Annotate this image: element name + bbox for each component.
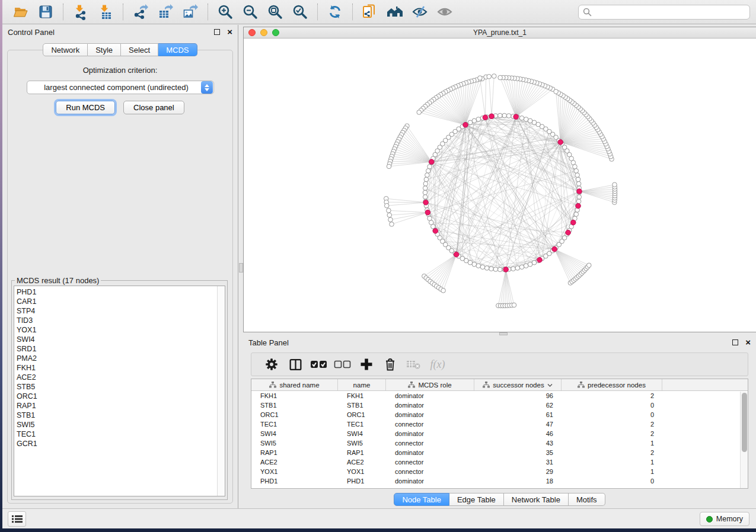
network-window-titlebar[interactable]: YPA_prune.txt_1 <box>244 27 756 39</box>
memory-status-icon <box>706 516 713 523</box>
table-row[interactable]: PHD1PHD1dominator180 <box>251 476 748 486</box>
window-minimize-icon[interactable] <box>260 29 267 36</box>
cell-name: PHD1 <box>338 477 386 485</box>
settings-gear-icon[interactable] <box>260 356 283 373</box>
share-document-icon[interactable] <box>361 3 379 21</box>
search-box[interactable] <box>578 5 750 20</box>
status-bar: Memory <box>2 508 756 528</box>
close-table-panel-icon[interactable]: × <box>745 339 751 345</box>
table-row[interactable]: ACE2ACE2connector311 <box>251 457 748 467</box>
mcds-result-item[interactable]: ORC1 <box>17 392 225 401</box>
mcds-result-item[interactable]: GCR1 <box>17 439 225 448</box>
mcds-result-item[interactable]: PMA2 <box>17 354 225 363</box>
table-row[interactable]: YOX1YOX1connector291 <box>251 467 748 476</box>
add-icon[interactable] <box>355 356 378 373</box>
run-mcds-button[interactable]: Run MCDS <box>56 101 115 114</box>
mcds-result-item[interactable]: YOX1 <box>17 325 225 335</box>
close-panel-icon[interactable]: × <box>227 29 232 35</box>
cell-shared-name: PHD1 <box>251 477 338 485</box>
column-header-name[interactable]: name <box>338 379 386 390</box>
network-canvas[interactable] <box>244 39 756 332</box>
import-table-icon[interactable] <box>97 3 114 21</box>
select-all-icon[interactable] <box>307 356 331 373</box>
cell-MCDS-role: dominator <box>386 449 474 456</box>
column-header-predecessor-nodes[interactable]: predecessor nodes <box>562 379 662 390</box>
export-image-icon[interactable] <box>181 3 199 21</box>
refresh-icon[interactable] <box>326 3 344 21</box>
memory-button[interactable]: Memory <box>700 512 749 526</box>
tab-edge-table[interactable]: Edge Table <box>449 493 504 506</box>
cell-name: FKH1 <box>338 392 386 399</box>
optimization-criterion-dropdown[interactable]: largest connected component (undirected) <box>27 81 214 94</box>
unselect-all-icon[interactable] <box>331 356 355 373</box>
window-zoom-icon[interactable] <box>272 29 279 36</box>
table-row[interactable]: SWI4SWI4dominator462 <box>251 429 748 438</box>
mcds-result-item[interactable]: STB5 <box>17 382 225 392</box>
window-close-icon[interactable] <box>248 29 256 36</box>
tab-mcds[interactable]: MCDS <box>158 43 197 56</box>
delete-icon[interactable] <box>378 356 402 373</box>
zoom-out-icon[interactable] <box>241 3 259 21</box>
mcds-result-item[interactable]: TEC1 <box>17 430 225 439</box>
table-row[interactable]: RAP1RAP1dominator352 <box>251 448 748 457</box>
mcds-tab-content: Optimization criterion: largest connecte… <box>7 50 233 504</box>
task-list-button[interactable] <box>8 511 26 527</box>
eye-disabled-icon[interactable] <box>436 3 454 21</box>
column-header-MCDS-role[interactable]: MCDS role <box>386 379 474 390</box>
show-columns-icon[interactable] <box>283 356 307 373</box>
cell-successor-nodes: 35 <box>474 449 562 456</box>
table-row[interactable]: TEC1TEC1connector472 <box>251 419 748 429</box>
float-panel-icon[interactable] <box>214 29 220 35</box>
export-table-icon[interactable] <box>157 3 174 21</box>
cell-name: YOX1 <box>338 468 386 475</box>
tab-network-table[interactable]: Network Table <box>504 493 569 506</box>
table-scrollbar-thumb[interactable] <box>742 393 747 452</box>
tab-select[interactable]: Select <box>121 43 158 56</box>
mcds-result-list[interactable]: PHD1CAR1STP4TID3YOX1SWI4SRD1PMA2FKH1ACE2… <box>14 286 225 496</box>
mcds-list-scrollbar[interactable] <box>217 286 225 496</box>
fx-label: f(x) <box>430 358 445 371</box>
save-session-icon[interactable] <box>37 3 55 21</box>
function-builder-icon[interactable]: f(x) <box>426 356 449 373</box>
zoom-in-icon[interactable] <box>216 3 234 21</box>
zoom-fit-icon[interactable] <box>266 3 284 21</box>
table-row[interactable]: ORC1ORC1dominator610 <box>251 410 748 419</box>
table-panel: Table Panel × <box>243 335 756 508</box>
mcds-result-item[interactable]: RAP1 <box>17 401 225 411</box>
mcds-result-item[interactable]: ACE2 <box>17 373 225 382</box>
tab-style[interactable]: Style <box>88 43 121 56</box>
mcds-result-item[interactable]: FKH1 <box>17 363 225 373</box>
table-row[interactable]: FKH1FKH1dominator962 <box>251 391 748 400</box>
export-network-icon[interactable] <box>132 3 149 21</box>
hide-eye-icon[interactable] <box>411 3 429 21</box>
mcds-result-item[interactable]: STP4 <box>17 306 225 316</box>
sort-arrow-icon <box>547 383 553 387</box>
close-panel-button[interactable]: Close panel <box>123 101 184 114</box>
table-scrollbar[interactable] <box>740 392 748 488</box>
mcds-result-item[interactable]: STB1 <box>17 411 225 420</box>
tab-network[interactable]: Network <box>43 43 88 56</box>
table-row[interactable]: STB1STB1dominator620 <box>251 400 748 410</box>
vertical-splitter-handle[interactable] <box>239 263 243 273</box>
tab-motifs[interactable]: Motifs <box>569 493 605 506</box>
mcds-result-item[interactable]: SWI5 <box>17 420 225 430</box>
mcds-result-item[interactable]: PHD1 <box>17 287 225 297</box>
search-input[interactable] <box>592 8 745 16</box>
node-table: shared namenameMCDS rolesuccessor nodesp… <box>251 379 748 489</box>
mcds-result-item[interactable]: TID3 <box>17 316 225 325</box>
float-table-panel-icon[interactable] <box>732 339 738 345</box>
tab-node-table[interactable]: Node Table <box>394 493 449 506</box>
column-header-shared-name[interactable]: shared name <box>251 379 338 390</box>
column-header-successor-nodes[interactable]: successor nodes <box>474 379 562 390</box>
import-network-icon[interactable] <box>72 3 90 21</box>
cell-shared-name: SWI5 <box>251 440 338 447</box>
mcds-result-item[interactable]: SWI4 <box>17 335 225 344</box>
mcds-result-item[interactable]: SRD1 <box>17 344 225 354</box>
table-row[interactable]: SWI5SWI5connector431 <box>251 438 748 448</box>
cell-MCDS-role: dominator <box>386 430 474 437</box>
delete-table-icon[interactable] <box>402 356 426 373</box>
houses-icon[interactable] <box>386 3 404 21</box>
zoom-selected-icon[interactable] <box>291 3 309 21</box>
open-file-icon[interactable] <box>12 3 30 21</box>
mcds-result-item[interactable]: CAR1 <box>17 297 225 306</box>
